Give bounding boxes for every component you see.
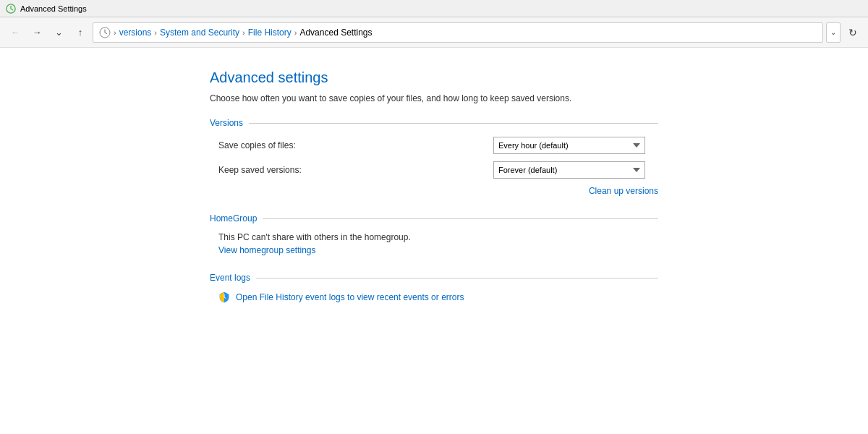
homegroup-section-header: HomeGroup — [210, 213, 658, 224]
breadcrumb-sep-2: › — [242, 28, 245, 37]
breadcrumb-sep-3: › — [294, 28, 297, 37]
breadcrumb-advanced-settings: Advanced Settings — [299, 27, 372, 38]
event-logs-shield-icon — [218, 292, 230, 303]
nav-bar: ← → ⌄ ↑ › versions › System and Security… — [0, 17, 868, 48]
page-title: Advanced settings — [210, 69, 658, 86]
up-button[interactable]: ↑ — [71, 23, 90, 42]
breadcrumb-file-history[interactable]: File History — [248, 27, 292, 38]
breadcrumb-control-panel[interactable]: versions — [119, 27, 152, 38]
window-icon — [6, 4, 16, 14]
forward-button[interactable]: → — [27, 23, 46, 42]
title-bar: Advanced Settings — [0, 0, 868, 17]
breadcrumb-sep-1: › — [154, 28, 157, 37]
versions-section: Versions Save copies of files: Every 10 … — [210, 118, 658, 196]
clean-up-versions-row: Clean up versions — [210, 186, 658, 196]
breadcrumb-dropdown-button[interactable]: ⌄ — [826, 22, 841, 43]
versions-section-header: Versions — [210, 118, 658, 128]
open-event-logs-link[interactable]: Open File History event logs to view rec… — [236, 292, 464, 302]
content-inner: Advanced settings Choose how often you w… — [210, 48, 658, 434]
homegroup-text: This PC can't share with others in the h… — [210, 232, 658, 242]
view-homegroup-settings-link[interactable]: View homegroup settings — [210, 245, 316, 255]
keep-versions-row: Keep saved versions: Until space is need… — [210, 161, 658, 179]
event-logs-section: Event logs Open File History event logs … — [210, 273, 658, 303]
breadcrumb-fh-icon — [99, 27, 111, 38]
event-logs-section-label: Event logs — [210, 273, 256, 283]
versions-section-line — [249, 123, 658, 124]
back-button[interactable]: ← — [6, 23, 25, 42]
window-title: Advanced Settings — [20, 4, 87, 13]
save-copies-row: Save copies of files: Every 10 minutes E… — [210, 137, 658, 154]
nav-right: ⌄ ↻ — [826, 22, 862, 43]
breadcrumb-system-security[interactable]: System and Security — [160, 27, 239, 38]
main-content: Advanced settings Choose how often you w… — [0, 48, 868, 434]
event-logs-section-line — [256, 278, 658, 278]
event-logs-section-header: Event logs — [210, 273, 658, 283]
homegroup-section-label: HomeGroup — [210, 213, 263, 224]
event-logs-row: Open File History event logs to view rec… — [210, 292, 658, 303]
refresh-button[interactable]: ↻ — [843, 23, 862, 42]
clean-up-versions-link[interactable]: Clean up versions — [589, 186, 658, 196]
page-description: Choose how often you want to save copies… — [210, 93, 658, 103]
breadcrumb-sep-0: › — [114, 28, 116, 37]
homegroup-section-line — [263, 218, 658, 219]
homegroup-section: HomeGroup This PC can't share with other… — [210, 213, 658, 255]
versions-section-label: Versions — [210, 118, 249, 128]
keep-versions-label: Keep saved versions: — [218, 165, 493, 175]
save-copies-select[interactable]: Every 10 minutes Every 15 minutes Every … — [493, 137, 645, 154]
breadcrumb: › versions › System and Security › File … — [93, 22, 823, 43]
keep-versions-select[interactable]: Until space is needed 1 month 3 months 6… — [493, 161, 645, 179]
recent-button[interactable]: ⌄ — [49, 23, 68, 42]
save-copies-label: Save copies of files: — [218, 140, 493, 150]
